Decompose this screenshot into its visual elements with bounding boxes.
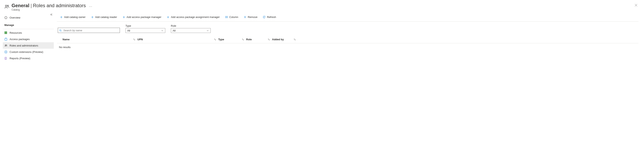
plus-icon xyxy=(122,16,126,19)
sidebar-item-custom-extensions[interactable]: Custom extensions (Preview) xyxy=(3,49,54,55)
svg-point-0 xyxy=(6,5,7,7)
column-label: UPN xyxy=(138,38,143,41)
column-label: Role xyxy=(246,38,252,41)
select-value: All xyxy=(127,29,130,32)
page-subtitle: Catalog xyxy=(12,8,86,11)
plus-icon xyxy=(60,16,63,19)
sidebar-item-overview[interactable]: Overview xyxy=(3,14,54,21)
column-header-upn[interactable]: UPN xyxy=(138,38,218,41)
button-label: Column xyxy=(229,16,238,19)
search-icon xyxy=(59,29,62,32)
sidebar-item-label: Overview xyxy=(10,16,20,19)
svg-rect-10 xyxy=(6,33,6,34)
roles-icon xyxy=(4,44,8,47)
sort-icon xyxy=(214,38,216,41)
column-label: Type xyxy=(218,38,224,41)
sidebar-item-label: Roles and administrators xyxy=(10,44,38,47)
close-button[interactable] xyxy=(634,4,638,7)
svg-rect-5 xyxy=(6,32,7,32)
svg-rect-13 xyxy=(4,38,7,39)
no-results-message: No results xyxy=(57,43,638,49)
sidebar-item-label: Reports (Preview) xyxy=(10,57,30,60)
refresh-icon xyxy=(263,16,266,19)
button-label: Add access package assignment manager xyxy=(171,16,220,19)
page-title-sep: | xyxy=(30,3,32,8)
add-catalog-owner-button[interactable]: Add catalog owner xyxy=(58,15,88,20)
button-label: Refresh xyxy=(267,16,276,19)
info-icon xyxy=(4,16,8,19)
svg-point-14 xyxy=(5,45,6,46)
sort-icon xyxy=(242,38,244,41)
button-label: Add catalog owner xyxy=(64,16,86,19)
column-header-name[interactable]: Name xyxy=(58,38,138,41)
search-input[interactable] xyxy=(63,29,118,32)
button-label: Add access package manager xyxy=(127,16,162,19)
sidebar: Overview Manage Resources Access package… xyxy=(3,13,54,146)
report-icon xyxy=(4,56,8,60)
column-header-type[interactable]: Type xyxy=(218,38,246,41)
sidebar-item-label: Access packages xyxy=(10,38,30,41)
page-title-rest: Roles and administrators xyxy=(33,3,86,8)
search-input-wrapper[interactable] xyxy=(58,28,120,33)
package-icon xyxy=(4,37,8,41)
remove-button[interactable]: Remove xyxy=(241,15,259,20)
plus-icon xyxy=(91,16,94,19)
sidebar-item-label: Custom extensions (Preview) xyxy=(10,51,43,53)
extension-icon xyxy=(4,50,8,54)
sort-icon xyxy=(268,38,270,41)
role-filter-select[interactable]: All xyxy=(171,28,211,33)
sidebar-collapse-button[interactable] xyxy=(50,13,52,16)
chevron-down-icon xyxy=(206,29,209,32)
chevron-down-icon xyxy=(161,29,164,32)
sidebar-item-roles-admins[interactable]: Roles and administrators xyxy=(3,42,54,49)
plus-icon xyxy=(166,16,170,19)
more-menu-button[interactable]: ··· xyxy=(89,5,92,8)
sidebar-item-resources[interactable]: Resources xyxy=(3,30,54,36)
sidebar-item-access-packages[interactable]: Access packages xyxy=(3,36,54,42)
header-titles: General | Roles and administrators Catal… xyxy=(12,3,86,11)
sort-icon xyxy=(133,38,136,41)
sidebar-divider xyxy=(3,29,54,29)
svg-rect-8 xyxy=(6,32,7,33)
add-access-package-assignment-manager-button[interactable]: Add access package assignment manager xyxy=(164,15,222,20)
svg-rect-11 xyxy=(6,33,7,34)
button-label: Add catalog reader xyxy=(95,16,117,19)
type-filter-select[interactable]: All xyxy=(126,28,165,33)
x-icon xyxy=(243,16,246,19)
page-header: General | Roles and administrators Catal… xyxy=(3,3,644,13)
svg-rect-6 xyxy=(4,32,6,33)
button-label: Remove xyxy=(248,16,257,19)
type-filter-label: Type xyxy=(126,24,165,27)
svg-rect-4 xyxy=(6,32,6,32)
svg-point-15 xyxy=(6,45,7,45)
page-title-main: General xyxy=(12,3,29,8)
sidebar-item-label: Resources xyxy=(10,31,22,34)
main-content: Add catalog owner Add catalog reader Add… xyxy=(54,13,644,146)
role-filter-label: Role xyxy=(171,24,211,27)
filter-bar: Type All Role All xyxy=(57,22,638,36)
refresh-button[interactable]: Refresh xyxy=(261,15,278,20)
select-value: All xyxy=(173,29,176,32)
column-label: Name xyxy=(62,38,70,41)
table-header: Name UPN Type Role Added by xyxy=(57,36,638,43)
add-access-package-manager-button[interactable]: Add access package manager xyxy=(120,15,164,20)
command-bar: Add catalog owner Add catalog reader Add… xyxy=(57,13,638,22)
sidebar-item-reports[interactable]: Reports (Preview) xyxy=(3,55,54,61)
column-label: Added by xyxy=(272,38,284,41)
sidebar-group-manage: Manage xyxy=(3,21,54,28)
svg-point-19 xyxy=(60,30,61,31)
add-catalog-reader-button[interactable]: Add catalog reader xyxy=(89,15,119,20)
svg-rect-3 xyxy=(4,32,6,32)
column-button[interactable]: Column xyxy=(223,15,240,20)
svg-point-1 xyxy=(7,5,8,6)
grid-icon xyxy=(4,31,8,35)
svg-rect-17 xyxy=(5,51,6,52)
columns-icon xyxy=(225,16,228,19)
people-role-icon xyxy=(4,4,10,10)
svg-rect-9 xyxy=(4,33,6,34)
svg-rect-7 xyxy=(6,32,6,33)
sort-icon xyxy=(294,38,296,41)
column-header-added-by[interactable]: Added by xyxy=(272,38,298,41)
column-header-role[interactable]: Role xyxy=(246,38,272,41)
